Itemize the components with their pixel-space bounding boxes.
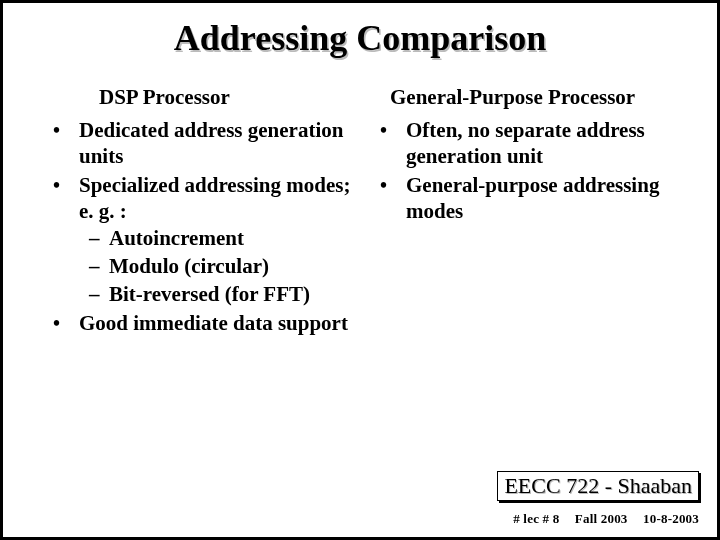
heading-gpp: General-Purpose Processor: [390, 85, 697, 110]
column-gpp: General-Purpose Processor Often, no sepa…: [370, 85, 697, 341]
slide: Addressing Comparison DSP Processor Dedi…: [0, 0, 720, 540]
sublist: Autoincrement Modulo (circular) Bit-reve…: [79, 226, 370, 307]
list-item: Dedicated address generation units: [43, 118, 370, 169]
list-item-text: Specialized addressing modes; e. g. :: [79, 173, 350, 223]
bullet-list-gpp: Often, no separate address generation un…: [370, 118, 697, 228]
footer-term: Fall 2003: [575, 511, 628, 526]
list-item: General-purpose addressing modes: [370, 173, 697, 224]
columns: DSP Processor Dedicated address generati…: [3, 85, 717, 341]
footer-line: # lec # 8 Fall 2003 10-8-2003: [501, 511, 699, 527]
list-item: Autoincrement: [79, 226, 370, 252]
bullet-list-dsp: Dedicated address generation units Speci…: [43, 118, 370, 341]
list-item: Often, no separate address generation un…: [370, 118, 697, 169]
footer-date: 10-8-2003: [643, 511, 699, 526]
slide-title: Addressing Comparison: [3, 17, 717, 59]
column-dsp: DSP Processor Dedicated address generati…: [43, 85, 370, 341]
course-footer-box: EECC 722 - Shaaban: [497, 471, 699, 501]
list-item: Bit-reversed (for FFT): [79, 282, 370, 308]
heading-dsp: DSP Processor: [99, 85, 370, 110]
footer-lec: # lec # 8: [513, 511, 559, 526]
list-item: Good immediate data support: [43, 311, 370, 337]
list-item: Modulo (circular): [79, 254, 370, 280]
list-item: Specialized addressing modes; e. g. : Au…: [43, 173, 370, 307]
